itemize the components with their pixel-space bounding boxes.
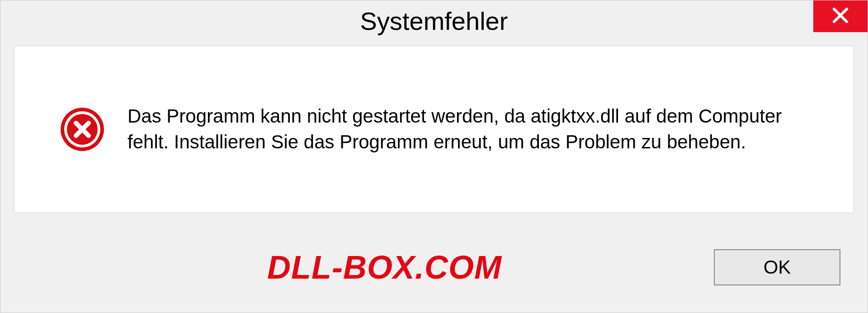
close-icon <box>831 6 849 26</box>
dialog-title: Systemfehler <box>360 6 508 36</box>
content-panel: Das Programm kann nicht gestartet werden… <box>14 46 854 213</box>
error-dialog: Systemfehler Das Programm kann nicht ges… <box>0 0 868 313</box>
title-bar: Systemfehler <box>0 0 868 41</box>
dialog-footer: DLL-BOX.COM OK <box>0 236 868 313</box>
close-button[interactable] <box>813 0 868 32</box>
watermark-text: DLL-BOX.COM <box>267 249 502 286</box>
ok-button[interactable]: OK <box>714 249 840 285</box>
error-icon <box>60 107 105 152</box>
error-message: Das Programm kann nicht gestartet werden… <box>127 104 835 155</box>
